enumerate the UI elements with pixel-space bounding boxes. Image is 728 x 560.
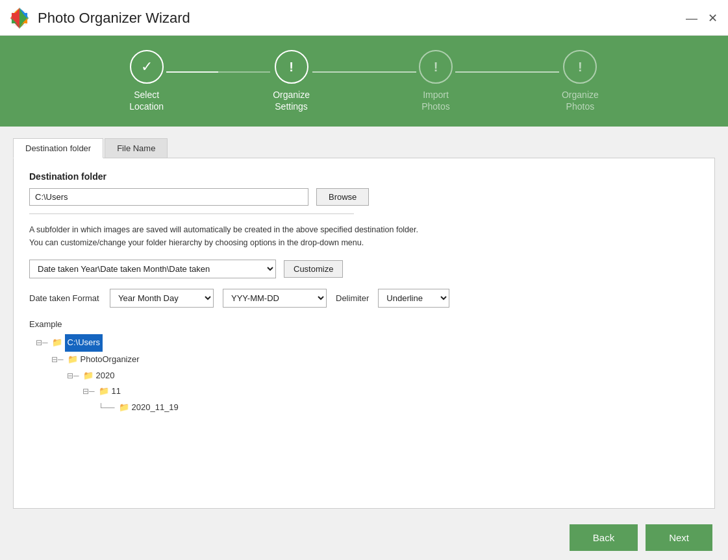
- customize-button[interactable]: Customize: [284, 260, 343, 278]
- step-organize-settings: ! OrganizeSettings: [273, 50, 310, 112]
- tab-destination-folder[interactable]: Destination folder: [13, 138, 103, 158]
- divider: [29, 213, 354, 214]
- hierarchy-select[interactable]: Date taken Year\Date taken Month\Date ta…: [29, 260, 276, 278]
- info-line-2: You can customize/change your folder hie…: [29, 238, 364, 247]
- tree-label-1: C:\Users: [65, 334, 103, 352]
- step-4-container: ! OrganizePhotos: [562, 50, 599, 112]
- step-2-container: ! OrganizeSettings: [273, 50, 310, 112]
- step-organize-photos: ! OrganizePhotos: [562, 50, 599, 112]
- tree-label-2: PhotoOrganizer: [81, 352, 140, 368]
- tree-item-4: ⊟─ 📁 11: [36, 383, 699, 400]
- tree-branch-3: ⊟─: [67, 369, 79, 383]
- main-content: Destination folder File Name Destination…: [0, 127, 728, 515]
- destination-input[interactable]: [29, 188, 308, 206]
- title-bar: Photo Organizer Wizard — ✕: [0, 0, 728, 36]
- section-title: Destination folder: [29, 171, 699, 182]
- next-button[interactable]: Next: [646, 524, 712, 551]
- folder-tree: ⊟─ 📁 C:\Users ⊟─ 📁 PhotoOrganizer ⊟─ 📁 2…: [29, 334, 699, 415]
- title-bar-controls: — ✕: [686, 12, 718, 24]
- tree-branch-2: ⊟─: [51, 352, 64, 367]
- date-format-select[interactable]: YYY-MM-DD YYYY/MM/DD YYYYMMDD: [223, 289, 327, 308]
- step-1-container: ✓ SelectLocation: [129, 50, 164, 112]
- tree-label-3: 2020: [96, 368, 115, 384]
- tree-branch-5: └──: [98, 400, 115, 415]
- folder-icon-4: 📁: [99, 383, 109, 400]
- tab-file-name[interactable]: File Name: [105, 138, 168, 158]
- app-title: Photo Organizer Wizard: [38, 10, 190, 27]
- example-label: Example: [29, 319, 699, 329]
- step-2-circle: !: [275, 50, 308, 84]
- step-2-label: OrganizeSettings: [273, 89, 310, 112]
- connector-2: [312, 71, 416, 73]
- tabs: Destination folder File Name: [13, 138, 715, 158]
- progress-bar: ✓ SelectLocation ! OrganizeSettings ! Im…: [0, 36, 728, 127]
- back-button[interactable]: Back: [570, 524, 638, 551]
- step-1-label: SelectLocation: [129, 89, 164, 112]
- tree-label-4: 11: [112, 383, 121, 400]
- step-select-location: ✓ SelectLocation: [129, 50, 164, 112]
- browse-button[interactable]: Browse: [316, 188, 369, 206]
- step-3-container: ! ImportPhotos: [419, 50, 453, 112]
- tree-item-1: ⊟─ 📁 C:\Users: [36, 334, 699, 352]
- destination-row: Browse: [29, 188, 699, 206]
- folder-icon-1: 📁: [52, 335, 62, 351]
- title-bar-left: Photo Organizer Wizard: [8, 6, 190, 30]
- step-3-circle: !: [419, 50, 453, 84]
- panel: Destination folder Browse A subfolder in…: [13, 158, 715, 509]
- date-format-label: Date taken Format: [29, 293, 101, 303]
- tree-branch-1: ⊟─: [36, 335, 48, 350]
- step-4-label: OrganizePhotos: [562, 89, 599, 112]
- tree-label-5: 2020_11_19: [132, 400, 179, 416]
- minimize-button[interactable]: —: [686, 12, 697, 24]
- tree-branch-4: ⊟─: [82, 384, 95, 399]
- step-import-photos: ! ImportPhotos: [419, 50, 453, 112]
- folder-icon-5: 📁: [119, 400, 129, 416]
- date-order-select[interactable]: Year Month Day Month Day Year Day Month …: [110, 289, 214, 308]
- folder-icon-2: 📁: [68, 352, 78, 368]
- tree-item-2: ⊟─ 📁 PhotoOrganizer: [36, 352, 699, 368]
- step-3-label: ImportPhotos: [421, 89, 450, 112]
- info-line-1: A subfolder in which images are saved wi…: [29, 225, 418, 234]
- close-button[interactable]: ✕: [708, 12, 718, 24]
- connector-1: [166, 71, 270, 73]
- info-text: A subfolder in which images are saved wi…: [29, 223, 699, 249]
- tree-item-3: ⊟─ 📁 2020: [36, 368, 699, 384]
- delimiter-select[interactable]: Underline Hyphen None: [378, 289, 449, 308]
- hierarchy-row: Date taken Year\Date taken Month\Date ta…: [29, 260, 699, 278]
- bottom-bar: Back Next: [0, 515, 728, 560]
- tree-item-5: └── 📁 2020_11_19: [36, 400, 699, 416]
- step-1-circle: ✓: [130, 50, 164, 84]
- delimiter-label: Delimiter: [336, 293, 369, 303]
- date-format-row: Date taken Format Year Month Day Month D…: [29, 289, 699, 308]
- app-icon: [8, 6, 31, 30]
- folder-icon-3: 📁: [83, 368, 94, 384]
- step-4-circle: !: [563, 50, 597, 84]
- connector-3: [455, 71, 559, 73]
